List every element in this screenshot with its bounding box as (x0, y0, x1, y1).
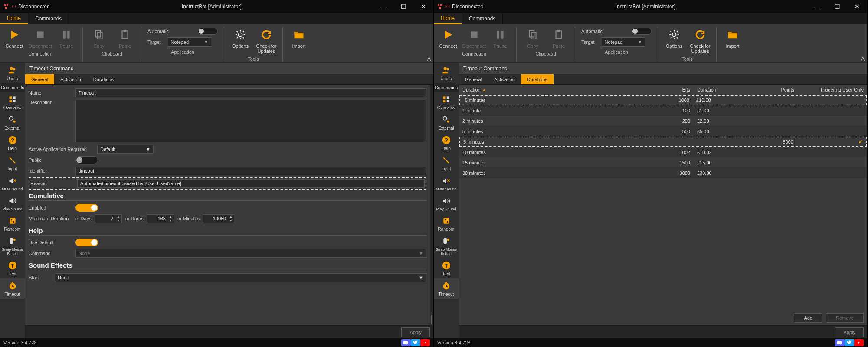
import-button[interactable]: Import (287, 27, 311, 49)
table-row[interactable]: 5 minutes500£5.00 (459, 126, 867, 137)
target-value: Notepad (171, 39, 189, 45)
tab-general[interactable]: General (459, 74, 488, 84)
svg-rect-5 (122, 31, 128, 38)
twitter-icon[interactable] (411, 339, 420, 346)
sidebar-item-help[interactable]: ?Help (0, 133, 25, 153)
discord-icon[interactable] (835, 339, 845, 346)
svg-point-15 (13, 121, 15, 123)
description-input[interactable] (75, 100, 426, 142)
options-button[interactable]: Options (662, 27, 686, 49)
sidebar-item-text[interactable]: TText (434, 258, 459, 278)
add-button[interactable]: Add (794, 313, 822, 323)
tab-durations[interactable]: Durations (521, 74, 554, 84)
tab-general[interactable]: General (25, 74, 54, 84)
minutes-value[interactable] (203, 216, 228, 221)
twitter-icon[interactable] (845, 339, 854, 346)
tab-activation[interactable]: Activation (488, 74, 521, 84)
close-button[interactable]: ✕ (413, 0, 433, 13)
sidebar-item-text[interactable]: TText (0, 258, 25, 278)
tab-activation[interactable]: Activation (54, 74, 87, 84)
import-button[interactable]: Import (721, 27, 744, 49)
youtube-icon[interactable] (420, 339, 430, 346)
ribbon-collapse-button[interactable]: ⋀ (427, 56, 431, 61)
cell-duration: 1 minute (459, 105, 646, 115)
sidebar-item-external[interactable]: External (434, 112, 459, 133)
target-combo[interactable]: Notepad▼ (168, 37, 211, 47)
table-row[interactable]: 10 minutes1002£10.02 (459, 147, 867, 157)
sidebar-item-overview[interactable]: Overview (0, 92, 25, 112)
check-updates-button[interactable]: Check for Updates (255, 27, 278, 55)
identifier-input[interactable] (75, 167, 426, 175)
reason-input[interactable] (77, 179, 425, 188)
hours-spinner[interactable]: ▲▼ (147, 214, 174, 223)
tab-commands[interactable]: Commands (462, 13, 503, 24)
hours-value[interactable] (147, 216, 167, 221)
apply-button[interactable]: Apply (835, 327, 864, 337)
sidebar-item-play-sound[interactable]: Play Sound (0, 193, 25, 213)
col-trigger[interactable]: Triggering User Only (798, 85, 867, 95)
sidebar-item-input[interactable]: Input (0, 153, 25, 174)
days-value[interactable] (95, 216, 115, 221)
start-select[interactable]: None▼ (55, 273, 426, 282)
ribbon: Connect Disconnect Pause Connection Copy (0, 24, 433, 63)
sidebar-item-play-sound[interactable]: Play Sound (434, 193, 459, 213)
command-select[interactable]: None▼ (75, 249, 426, 258)
tab-home[interactable]: Home (434, 13, 462, 24)
minimize-button[interactable]: — (373, 0, 393, 13)
youtube-icon[interactable] (854, 339, 864, 346)
sidebar-item-swap-mouse[interactable]: Swap Mouse Button (434, 234, 459, 258)
sidebar-item-users[interactable]: Users (434, 63, 459, 83)
sidebar-item-overview[interactable]: Overview (434, 92, 459, 112)
table-row[interactable]: 5 minutes5000✔ (459, 137, 867, 147)
sidebar-item-input[interactable]: Input (434, 153, 459, 174)
name-input[interactable] (75, 88, 426, 97)
public-toggle[interactable] (75, 156, 98, 164)
sidebar-item-random[interactable]: Random (434, 213, 459, 234)
table-row[interactable]: -5 minutes1000£10.00 (459, 95, 867, 105)
tab-durations[interactable]: Durations (87, 74, 120, 84)
table-header[interactable]: Duration▲ Bits Donation Points Triggerin… (459, 85, 867, 95)
automatic-toggle[interactable] (632, 28, 652, 35)
apply-button[interactable]: Apply (401, 327, 430, 337)
gear-icon (667, 28, 681, 42)
options-button[interactable]: Options (229, 27, 252, 49)
connect-button[interactable]: Connect (436, 27, 460, 49)
maximize-button[interactable]: ☐ (393, 0, 413, 13)
enabled-toggle[interactable] (75, 204, 98, 212)
ribbon-collapse-button[interactable]: ⋀ (861, 56, 865, 61)
sidebar-item-help[interactable]: ?Help (434, 133, 459, 153)
sidebar-item-swap-mouse[interactable]: Swap Mouse Button (0, 234, 25, 258)
col-bits[interactable]: Bits (646, 85, 694, 95)
table-row[interactable]: 2 minutes200£2.00 (459, 116, 867, 126)
sidebar-item-random[interactable]: Random (0, 213, 25, 234)
sidebar-item-mute-sound[interactable]: Mute Sound (0, 174, 25, 193)
check-updates-button[interactable]: Check for Updates (688, 27, 712, 55)
tab-home[interactable]: Home (0, 13, 28, 24)
col-donation[interactable]: Donation (694, 85, 746, 95)
col-points[interactable]: Points (746, 85, 798, 95)
days-spinner[interactable]: ▲▼ (95, 214, 122, 223)
tab-commands[interactable]: Commands (28, 13, 69, 24)
aar-select[interactable]: Default▼ (97, 145, 154, 154)
sidebar-item-timeout[interactable]: Timeout (0, 278, 25, 299)
sidebar-item-timeout[interactable]: Timeout (434, 278, 459, 299)
col-duration[interactable]: Duration (462, 87, 481, 92)
sidebar-item-external[interactable]: External (0, 112, 25, 133)
discord-icon[interactable] (401, 339, 411, 346)
table-row[interactable]: 15 minutes1500£15.00 (459, 157, 867, 168)
close-button[interactable]: ✕ (847, 0, 867, 13)
svg-point-8 (10, 67, 13, 70)
minimize-button[interactable]: — (807, 0, 827, 13)
sidebar-item-users[interactable]: Users (0, 63, 25, 83)
sidebar-item-mute-sound[interactable]: Mute Sound (434, 174, 459, 193)
table-row[interactable]: 30 minutes3000£30.00 (459, 168, 867, 178)
automatic-toggle[interactable] (198, 28, 218, 35)
paste-button: Paste (547, 27, 570, 49)
table-row[interactable]: 1 minute100£1.00 (459, 105, 867, 116)
minutes-spinner[interactable]: ▲▼ (203, 214, 234, 223)
connect-button[interactable]: Connect (3, 27, 26, 49)
maximize-button[interactable]: ☐ (827, 0, 847, 13)
use-default-toggle[interactable] (75, 239, 98, 246)
target-combo[interactable]: Notepad▼ (602, 37, 645, 47)
scrollbar[interactable] (430, 85, 433, 325)
